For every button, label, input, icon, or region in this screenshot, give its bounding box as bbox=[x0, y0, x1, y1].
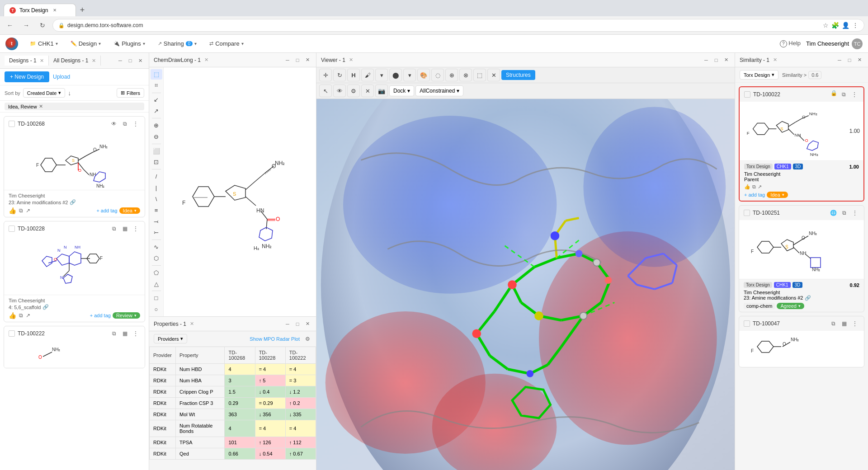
share-2[interactable]: ↗ bbox=[26, 312, 30, 319]
designs-tab-close[interactable]: ✕ bbox=[40, 58, 44, 63]
viewer-tool-eye[interactable]: 👁 bbox=[333, 85, 346, 97]
tool-atom[interactable]: ⊡ bbox=[151, 157, 162, 168]
add-tag-1[interactable]: + add tag bbox=[96, 208, 117, 213]
constrained-dropdown[interactable]: AllConstrained ▾ bbox=[415, 85, 463, 96]
sim-series-link-2[interactable]: 🔗 bbox=[805, 295, 811, 301]
dock-dropdown[interactable]: Dock ▾ bbox=[389, 85, 414, 96]
tab-close-btn[interactable]: ✕ bbox=[52, 7, 58, 14]
design-copy-btn-1[interactable]: ⧉ bbox=[120, 119, 129, 128]
sim-copy-1[interactable]: ⧉ bbox=[752, 184, 756, 190]
viewer-tool-crosshair[interactable]: ⊗ bbox=[459, 69, 472, 81]
tag-badge-review-2[interactable]: Review ▾ bbox=[113, 312, 140, 319]
url-bar[interactable]: 🔒 design.demo.torx-software.com ☆ 🧩 👤 ⋮ bbox=[52, 19, 864, 32]
sim-globe-btn-2[interactable]: 🌐 bbox=[829, 208, 838, 217]
design-dropdown[interactable]: ✏️ Design ▾ bbox=[66, 38, 105, 49]
viewer-tool-chevron[interactable]: ▾ bbox=[375, 69, 388, 81]
viewer-maximize[interactable]: □ bbox=[712, 56, 720, 64]
designs-tab[interactable]: Designs - 1 ✕ bbox=[5, 56, 49, 66]
tool-select[interactable]: ⬚ bbox=[151, 69, 162, 80]
tool-erase[interactable]: ⬜ bbox=[151, 146, 162, 156]
forward-button[interactable]: → bbox=[20, 19, 33, 32]
viewer-tool-rotate[interactable]: ↻ bbox=[333, 69, 346, 81]
thumb-up-2[interactable]: 👍 bbox=[9, 312, 16, 319]
tool-triangle[interactable]: △ bbox=[151, 279, 162, 289]
tool-square[interactable]: □ bbox=[151, 293, 162, 303]
design-grid-btn-3[interactable]: ▦ bbox=[120, 329, 129, 338]
similarity-minimize[interactable]: ─ bbox=[835, 56, 844, 64]
properties-tab-close[interactable]: ✕ bbox=[190, 321, 194, 327]
viewer-tool-palette[interactable]: 🎨 bbox=[417, 69, 430, 81]
sim-share-1[interactable]: ↗ bbox=[758, 184, 762, 190]
viewer-tool-measure[interactable]: ⬚ bbox=[473, 69, 486, 81]
sort-direction-btn[interactable]: ↓ bbox=[68, 89, 71, 97]
designs-panel-maximize[interactable]: □ bbox=[126, 56, 134, 65]
chemdraw-canvas[interactable]: F S bbox=[164, 67, 316, 316]
properties-close[interactable]: ✕ bbox=[303, 320, 311, 328]
copy-link-1[interactable]: ⧉ bbox=[19, 207, 23, 214]
sim-checkbox-3[interactable] bbox=[744, 320, 750, 327]
providers-button[interactable]: Providers ▾ bbox=[154, 334, 187, 343]
sim-copy-btn-1[interactable]: ⧉ bbox=[839, 90, 848, 99]
properties-minimize[interactable]: ─ bbox=[283, 320, 292, 328]
design-checkbox-2[interactable] bbox=[9, 226, 15, 232]
sim-source-select[interactable]: Torx Design ▾ bbox=[740, 70, 778, 80]
tool-bond4[interactable]: ≡ bbox=[151, 205, 162, 216]
viewer-tool-surface[interactable]: ◌ bbox=[431, 69, 444, 81]
tool-bond[interactable]: / bbox=[151, 171, 162, 182]
similarity-close[interactable]: ✕ bbox=[855, 56, 863, 64]
lock-icon-1[interactable]: 🔒 bbox=[830, 90, 837, 99]
viewer-tool-gear[interactable]: ⚙ bbox=[347, 85, 360, 97]
design-checkbox-3[interactable] bbox=[9, 330, 15, 337]
sim-grid-btn-3[interactable]: ▦ bbox=[840, 319, 849, 328]
viewer-tool-move[interactable]: ✛ bbox=[319, 69, 332, 81]
upload-button[interactable]: Upload bbox=[53, 74, 70, 80]
similarity-maximize[interactable]: □ bbox=[845, 56, 854, 64]
all-designs-tab[interactable]: All Designs - 1 ✕ bbox=[49, 56, 101, 66]
viewer-tool-x[interactable]: ✕ bbox=[487, 69, 500, 81]
tool-bond2[interactable]: | bbox=[151, 183, 162, 193]
tool-ring6[interactable]: ⬡ bbox=[151, 253, 162, 263]
active-tab[interactable]: T Torx Design ✕ bbox=[4, 4, 76, 16]
viewer-tool-map[interactable]: ⊕ bbox=[445, 69, 458, 81]
tool-zoom-in[interactable]: ⊕ bbox=[151, 120, 162, 131]
design-view-btn-1[interactable]: 👁 bbox=[109, 119, 118, 128]
tool-bond3[interactable]: \ bbox=[151, 194, 162, 204]
design-checkbox-1[interactable] bbox=[9, 121, 15, 127]
tool-lasso[interactable]: ⌗ bbox=[151, 80, 162, 91]
sim-add-tag-1[interactable]: + add tag bbox=[744, 192, 765, 197]
viewer-tool-snapshot[interactable]: 📷 bbox=[375, 85, 388, 97]
copy-link-2[interactable]: ⧉ bbox=[19, 312, 23, 319]
design-grid-btn-2[interactable]: ▦ bbox=[120, 224, 129, 233]
chemdraw-maximize[interactable]: □ bbox=[293, 56, 302, 64]
viewer-minimize[interactable]: ─ bbox=[702, 56, 710, 64]
filter-button[interactable]: ⊞ Filters bbox=[117, 88, 144, 98]
design-copy-btn-2[interactable]: ⧉ bbox=[109, 224, 118, 233]
tool-circle[interactable]: ○ bbox=[151, 304, 162, 315]
design-more-btn-1[interactable]: ⋮ bbox=[131, 119, 140, 128]
add-tag-2[interactable]: + add tag bbox=[90, 313, 111, 318]
tool-chain[interactable]: ∿ bbox=[151, 242, 162, 252]
viewer-tool-delete[interactable]: ✕ bbox=[361, 85, 374, 97]
tag-badge-idea-1[interactable]: Idea ▾ bbox=[119, 207, 140, 214]
plugins-dropdown[interactable]: 🔌 Plugins ▾ bbox=[109, 38, 150, 49]
properties-settings-btn[interactable]: ⚙ bbox=[303, 335, 311, 343]
series-link-1[interactable]: 🔗 bbox=[70, 199, 76, 205]
sim-more-btn-2[interactable]: ⋮ bbox=[850, 208, 859, 217]
tool-zoom-out[interactable]: ⊖ bbox=[151, 132, 162, 142]
user-menu-button[interactable]: Tim Cheeseright TC bbox=[806, 38, 863, 49]
viewer-tool-select[interactable]: H bbox=[347, 69, 360, 81]
refresh-button[interactable]: ↻ bbox=[36, 19, 49, 32]
tool-bond5[interactable]: ⤙ bbox=[151, 216, 162, 227]
tool-bond6[interactable]: ⤚ bbox=[151, 227, 162, 238]
viewer-tool-cursor[interactable]: ↖ bbox=[319, 85, 332, 97]
sort-select[interactable]: Created Date ▾ bbox=[23, 88, 65, 98]
similarity-tab-close[interactable]: ✕ bbox=[773, 57, 777, 63]
tool-pentagon[interactable]: ⬠ bbox=[151, 268, 162, 278]
design-copy-btn-3[interactable]: ⧉ bbox=[109, 329, 118, 338]
thumb-up-1[interactable]: 👍 bbox=[9, 207, 16, 214]
all-designs-tab-close[interactable]: ✕ bbox=[92, 58, 96, 63]
sim-thumb-1[interactable]: 👍 bbox=[744, 184, 750, 190]
compare-dropdown[interactable]: ⇄ Compare ▾ bbox=[205, 38, 248, 49]
sim-checkbox-2[interactable] bbox=[744, 210, 750, 216]
help-button[interactable]: ? Help bbox=[780, 40, 801, 47]
